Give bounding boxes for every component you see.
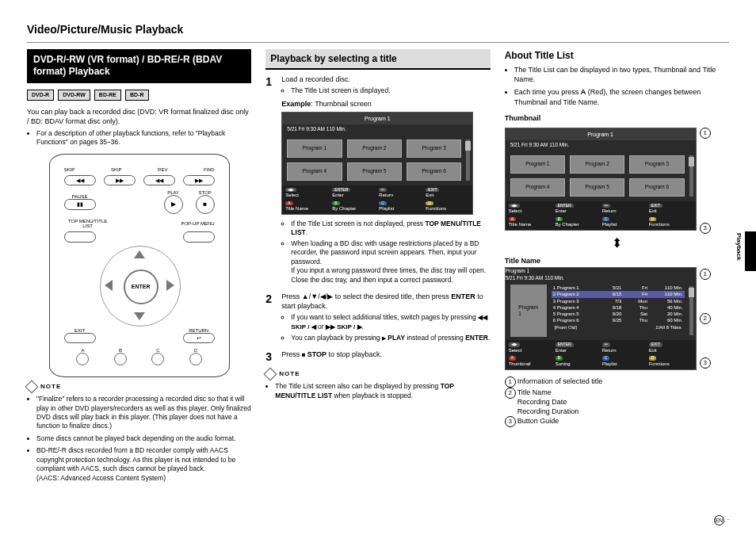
step3-text: to stop playback. xyxy=(326,350,382,358)
thumb-cell[interactable]: Program 3 xyxy=(629,155,684,174)
skip-fwd-button[interactable]: ▶▶ xyxy=(104,175,136,185)
label-skip: SKIP xyxy=(111,167,122,172)
tb-title: Program 1 xyxy=(506,268,696,275)
legend-3: Button Guide xyxy=(517,417,559,425)
thumb-cell[interactable]: Program 3 xyxy=(407,139,461,158)
annotation-nums: 1 2 3 xyxy=(697,267,712,370)
step-3: 3 Press STOP to stop playback. xyxy=(265,350,490,365)
thumb-cell[interactable]: Program 2 xyxy=(570,155,624,174)
fwd-button[interactable]: ▶▶ xyxy=(183,175,215,185)
about-title: About Title List xyxy=(505,49,729,62)
button-guide: ◀▶Select ENTEREnter ↩Return EXITExit ATh… xyxy=(506,340,696,369)
step1-bullet: The Title List screen is displayed. xyxy=(291,86,490,95)
col-left: DVD-R/-RW (VR format) / BD-RE/-R (BDAV f… xyxy=(27,49,251,486)
about-b2: Each time you press A (Red), the screen … xyxy=(514,87,729,106)
table-row[interactable]: 4 Program 49/18Thu40 Min. xyxy=(552,304,685,311)
disc-badges: DVD-R DVD-RW BD-RE BD-R xyxy=(27,90,251,100)
note-item: Some discs cannot be played back dependi… xyxy=(36,434,251,443)
pause-button[interactable]: ▮▮ xyxy=(64,199,96,209)
col2-note: The Title List screen also can be displa… xyxy=(275,382,490,400)
scrollbar[interactable] xyxy=(689,286,693,335)
label-c: C xyxy=(151,348,164,353)
tb-info: 5/21 Fri 9:30 AM 110 Min. xyxy=(506,275,696,282)
thumb-cell[interactable]: Program 5 xyxy=(570,178,624,197)
dpad-right-icon[interactable] xyxy=(166,280,174,291)
col1-notes: "Finalize" refers to a recorder processi… xyxy=(27,395,251,483)
popup-button[interactable] xyxy=(183,231,215,242)
badge-dvdrw: DVD-RW xyxy=(58,90,90,100)
rev-button[interactable]: ◀◀ xyxy=(143,175,175,185)
switch-arrow-icon: ⬍ xyxy=(505,237,729,250)
table-row[interactable]: 6 Program 69/25Thu60 Min. xyxy=(552,317,685,323)
step1-after2: When loading a BD disc with usage restri… xyxy=(291,239,490,285)
thumb-cell[interactable]: Program 1 xyxy=(287,139,342,158)
note-item: "Finalize" refers to a recorder processi… xyxy=(36,395,251,431)
label-skip: SKIP xyxy=(64,167,75,172)
topmenu-button[interactable] xyxy=(64,231,96,242)
enter-button[interactable]: ENTER xyxy=(124,269,158,304)
table-row[interactable]: 3 Program 37/3Mon56 Min. xyxy=(552,298,685,304)
step2-b1: If you want to select additional titles,… xyxy=(291,313,490,332)
badge-bdr: BD-R xyxy=(125,90,149,100)
thumbnail-screen-2: Program 1 5/21 Fri 9:30 AM 110 Min. Prog… xyxy=(505,128,697,231)
thumb-cell[interactable]: Program 5 xyxy=(347,162,402,181)
skip-back-button[interactable]: ◀◀ xyxy=(64,175,96,185)
label-stop: STOP xyxy=(196,190,215,195)
legend: 1Information of selected title 2Title Na… xyxy=(505,376,729,427)
content-columns: DVD-R/-RW (VR format) / BD-RE/-R (BDAV f… xyxy=(27,49,729,486)
thumb-cell[interactable]: Program 4 xyxy=(510,178,565,197)
thumb-cell[interactable]: Program 1 xyxy=(510,155,565,174)
annotation-nums: 1 3 xyxy=(697,124,712,235)
step2-text: to select the desired title, then press xyxy=(335,292,452,300)
tb-title: Program 1 xyxy=(282,113,472,124)
stop-text: STOP xyxy=(307,350,326,358)
label-a: A xyxy=(76,348,89,353)
note-item: BD-RE/-R discs recorded from a BD record… xyxy=(36,446,251,483)
dpad-left-icon[interactable] xyxy=(105,280,113,291)
scrollbar[interactable] xyxy=(689,155,693,197)
label-d: D xyxy=(189,348,202,353)
remote-diagram: SKIP SKIP REV FWD ◀◀ ▶▶ ◀◀ ▶▶ PAUSE ▮▮ P… xyxy=(49,154,230,377)
step1-after1: If the Title List screen is not displaye… xyxy=(291,220,490,238)
example-label: Example xyxy=(281,100,311,108)
legend-2: Title Name Recording Date Recording Dura… xyxy=(517,388,579,416)
thumb-cell[interactable]: Program 2 xyxy=(347,139,402,158)
step-2: 2 Press ▲/▼/◀/▶ to select the desired ti… xyxy=(265,292,490,345)
play-button[interactable]: ▶ xyxy=(164,195,183,214)
label-fwd: FWD xyxy=(204,167,215,172)
thumb-cell[interactable]: Program 6 xyxy=(629,178,684,197)
label-return: RETURN xyxy=(183,328,215,333)
exit-button[interactable] xyxy=(64,333,96,343)
button-guide: ◀▶Select ENTEREnter ↩Return EXITExit ATi… xyxy=(282,185,472,214)
dpad-down-icon[interactable] xyxy=(134,312,145,320)
intro-bullet: For a description of other playback func… xyxy=(36,129,251,147)
label-popup: POP-UP MENU xyxy=(175,221,215,226)
step1-text: Load a recorded disc. xyxy=(281,75,350,83)
a-button[interactable] xyxy=(76,353,89,365)
step2-b2: You can playback by pressing PLAY instea… xyxy=(291,334,490,342)
scrollbar[interactable] xyxy=(466,139,470,181)
b-button[interactable] xyxy=(114,353,127,365)
stop-button[interactable]: ■ xyxy=(196,195,215,214)
thumb-cell[interactable]: Program 6 xyxy=(407,162,461,181)
about-b1: The Title List can be displayed in two t… xyxy=(514,65,729,84)
label-rev: REV xyxy=(158,167,167,172)
d-button[interactable] xyxy=(189,353,202,365)
intro-text: You can play back a recorded disc (DVD: … xyxy=(27,107,251,126)
dpad[interactable]: ENTER xyxy=(100,246,179,325)
dpad-up-icon[interactable] xyxy=(134,250,145,258)
c-button[interactable] xyxy=(151,353,164,365)
enter-text: ENTER xyxy=(451,292,475,300)
table-row[interactable]: 2 Program 26/15Fri110 Min. xyxy=(552,291,685,297)
badge-bdre: BD-RE xyxy=(94,90,121,100)
divider xyxy=(27,42,729,43)
label-topmenu: TOP MENU/TITLE LIST xyxy=(64,219,112,228)
page-title: Video/Picture/Music Playback xyxy=(27,22,729,37)
side-tab xyxy=(745,231,756,271)
table-row[interactable]: 5 Program 59/20Sat20 Min. xyxy=(552,311,685,317)
page-number: EN· xyxy=(714,515,729,525)
button-guide: ◀▶Select ENTEREnter ↩Return EXITExit ATi… xyxy=(506,201,696,230)
thumb-cell[interactable]: Program 4 xyxy=(287,162,342,181)
return-button[interactable]: ↩ xyxy=(183,333,215,343)
label-exit: EXIT xyxy=(64,328,96,333)
